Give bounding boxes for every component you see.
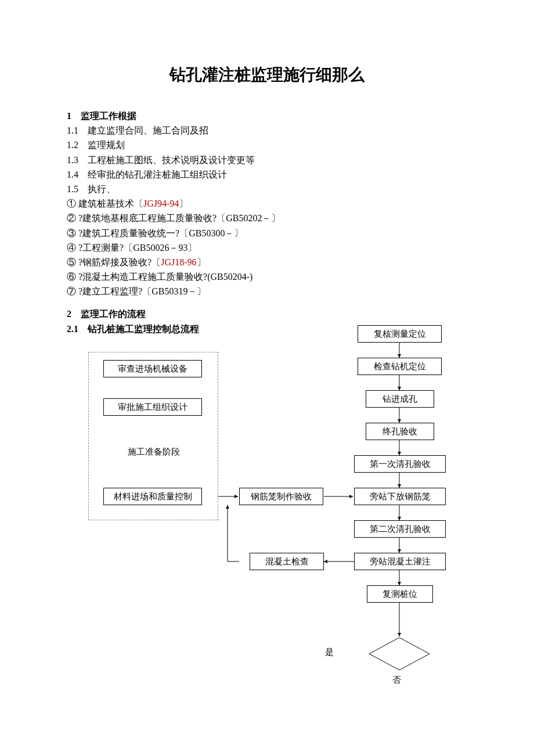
box-drilling: 钻进成孔 — [366, 390, 434, 408]
item-1-1: 1.1 建立监理合同、施工合同及招 — [67, 124, 467, 137]
box-material-control: 材料进场和质量控制 — [103, 488, 202, 505]
spec-1-code: JGJ94-94 — [143, 199, 179, 208]
item-1-2: 1.2 监理规划 — [67, 138, 467, 152]
flowchart: 审查进场机械设备 审批施工组织设计 施工准备阶段 材料进场和质量控制 钢筋笼制作… — [0, 322, 534, 693]
label-yes: 是 — [325, 647, 334, 658]
spec-6: ⑥ ?混凝土构造工程施工质量验收?(GB50204-) — [67, 270, 467, 283]
box-recheck-position: 复核测量定位 — [358, 325, 442, 343]
spec-7: ⑦ ?建立工程监理?〔GB50319－〕 — [67, 285, 467, 298]
box-concrete-check: 混凝土检查 — [250, 553, 324, 570]
spec-1: ① 建筑桩基技术〔JGJ94-94〕 — [67, 197, 467, 210]
label-no: 否 — [392, 675, 401, 686]
page-title: 钻孔灌注桩监理施行细那么 — [67, 64, 467, 86]
spec-5: ⑤ ?钢筋焊接及验收?〔JGJ18-96〕 — [67, 255, 467, 269]
box-final-hole: 终孔验收 — [366, 423, 434, 440]
box-check-drill-pos: 检查钻机定位 — [358, 358, 442, 375]
spec-1-a: ① 建筑桩基技术〔 — [67, 199, 143, 208]
svg-marker-14 — [369, 638, 430, 670]
section1-head: 1 监理工作根据 — [67, 109, 467, 123]
spec-2: ② ?建筑地基根底工程施工质量验收?〔GB50202－〕 — [67, 211, 467, 225]
label-prep-stage: 施工准备阶段 — [116, 447, 192, 458]
box-concrete-pour: 旁站混凝土灌注 — [354, 553, 446, 570]
box-recheck-pile: 复测桩位 — [367, 585, 433, 603]
item-1-3: 1.3 工程桩施工图纸、技术说明及设计变更等 — [67, 153, 467, 167]
spec-5-c: 〕 — [197, 257, 206, 267]
box-steel-cage-fab: 钢筋笼制作验收 — [239, 488, 323, 505]
spec-5-code: JGJ18-96 — [161, 257, 196, 267]
item-1-5: 1.5 执行、 — [67, 182, 467, 196]
item-1-4: 1.4 经审批的钻孔灌注桩施工组织设计 — [67, 168, 467, 181]
spec-4: ④ ?工程测量?〔GB50026－93〕 — [67, 241, 467, 254]
spec-5-a: ⑤ ?钢筋焊接及验收?〔 — [67, 257, 161, 267]
connectors — [0, 322, 534, 693]
spec-1-c: 〕 — [179, 199, 188, 208]
box-review-equipment: 审查进场机械设备 — [103, 360, 202, 377]
spec-3: ③ ?建筑工程质量验收统一?〔GB50300－〕 — [67, 226, 467, 240]
box-second-clean: 第二次清孔验收 — [354, 520, 446, 538]
box-lower-cage: 旁站下放钢筋笼 — [354, 488, 446, 505]
section2-head: 2 监理工作的流程 — [67, 307, 467, 321]
box-first-clean: 第一次清孔验收 — [354, 455, 446, 473]
box-review-design: 审批施工组织设计 — [103, 398, 202, 416]
